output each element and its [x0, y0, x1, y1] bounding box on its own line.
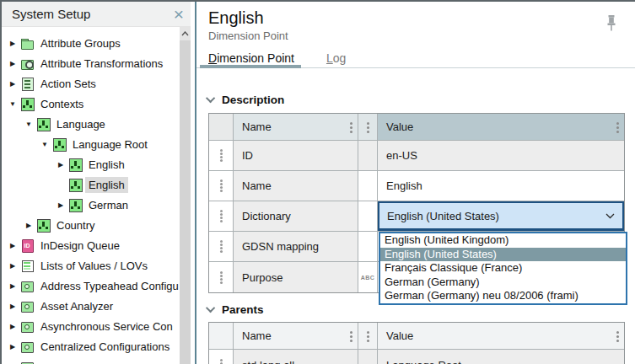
column-menu-icon[interactable]	[350, 121, 352, 132]
type-column-header[interactable]	[358, 114, 378, 141]
section-title: Parents	[222, 303, 264, 316]
tree-item-attribute-transformations[interactable]: Attribute Transformations	[2, 53, 191, 73]
expander-icon[interactable]	[40, 141, 50, 148]
tree-container: Attribute Groups Attribute Transformatio…	[2, 27, 191, 364]
expander-icon[interactable]	[24, 120, 34, 128]
drag-handle-icon[interactable]	[220, 148, 223, 163]
tree-item-address-typeahead[interactable]: Address Typeahead Configu	[2, 276, 191, 296]
page-subtitle: Dimension Point	[208, 29, 288, 42]
header-corner-cell	[209, 114, 234, 141]
drag-handle-icon[interactable]	[220, 239, 223, 254]
tree-item-centralized-configurations[interactable]: Centralized Configurations	[2, 336, 191, 356]
tree-item-country[interactable]: Country	[2, 215, 191, 235]
row-handle[interactable]	[209, 350, 234, 364]
collapse-chevron-icon[interactable]	[206, 303, 215, 313]
pin-icon[interactable]	[606, 15, 616, 35]
column-menu-icon[interactable]	[616, 121, 619, 132]
expander-icon[interactable]	[8, 40, 18, 47]
app-window: System Setup × Attribute Groups Attribut…	[0, 0, 635, 364]
attr-value-cell[interactable]: English	[378, 171, 624, 201]
name-column-header[interactable]: Name	[234, 114, 358, 141]
tab-bar: Dimension Point Log	[196, 51, 635, 65]
tree-item-label: InDesign Queue	[37, 238, 123, 254]
value-column-header[interactable]: Value	[378, 114, 624, 141]
text-type-icon: ABC	[361, 275, 375, 281]
tree-item-language[interactable]: Language	[2, 114, 191, 134]
lov-icon	[21, 260, 34, 272]
expander-icon[interactable]	[8, 242, 18, 249]
column-header-label: Value	[386, 329, 413, 342]
tree-item-label: Country	[53, 217, 99, 233]
dropdown-option[interactable]: German (Germany)	[380, 276, 626, 290]
attr-type-cell	[358, 201, 378, 232]
row-handle[interactable]	[209, 201, 234, 232]
tree-item-asset-analyzer[interactable]: Asset Analyzer	[2, 296, 191, 316]
attr-value-cell[interactable]: en-US	[378, 141, 624, 171]
attr-name-cell: GDSN mapping	[234, 232, 358, 262]
chevron-up-icon	[181, 31, 189, 36]
scroll-up-button[interactable]	[180, 27, 191, 40]
column-menu-icon[interactable]	[616, 330, 619, 341]
context-icon	[69, 199, 82, 211]
expander-icon[interactable]	[8, 80, 18, 88]
row-handle[interactable]	[209, 262, 234, 292]
dropdown-option[interactable]: English (United Kingdom)	[380, 233, 626, 248]
scrollbar[interactable]	[180, 27, 191, 364]
description-table: Name Value ID en-US Name English	[208, 113, 625, 293]
row-handle[interactable]	[209, 171, 234, 201]
drag-handle-icon[interactable]	[220, 209, 223, 223]
tab-log[interactable]: Log	[326, 51, 346, 65]
dropdown-option[interactable]: German (Germany) neu 08/2006 (frami)	[380, 289, 626, 303]
dropdown-option[interactable]: English (United States)	[380, 248, 626, 262]
context-icon	[53, 138, 66, 151]
folder-search-icon	[21, 57, 34, 70]
row-handle[interactable]	[209, 232, 234, 262]
attr-value-cell[interactable]: Language Root	[378, 350, 624, 364]
row-handle[interactable]	[209, 141, 234, 171]
dropdown-option[interactable]: Français Classique (France)	[380, 261, 626, 276]
column-menu-icon[interactable]	[350, 330, 352, 341]
attr-type-cell	[358, 171, 378, 201]
column-menu-icon[interactable]	[367, 121, 369, 132]
tree-item-asynchronous-service[interactable]: Asynchronous Service Con	[2, 316, 191, 336]
tree-item-german[interactable]: German	[2, 195, 191, 215]
expander-icon[interactable]	[24, 222, 34, 229]
tree-item-attribute-groups[interactable]: Attribute Groups	[2, 33, 191, 53]
config-icon	[21, 280, 34, 292]
expander-icon[interactable]	[8, 60, 18, 67]
tree-item-english-2-selected[interactable]: English	[2, 174, 191, 195]
dictionary-combobox[interactable]: English (United States)	[378, 201, 624, 231]
tree-item-action-sets[interactable]: Action Sets	[2, 73, 191, 94]
value-column-header[interactable]: Value	[378, 323, 624, 350]
tree-item-language-root[interactable]: Language Root	[2, 134, 191, 154]
drag-handle-icon[interactable]	[220, 270, 223, 285]
tree-item-label: Attribute Transformations	[37, 56, 166, 72]
config-icon	[21, 340, 34, 353]
tree-item-label: Asset Analyzer	[37, 298, 116, 314]
combobox-value: English (United States)	[387, 210, 499, 222]
expander-icon[interactable]	[8, 323, 18, 330]
column-header-label: Name	[242, 120, 272, 133]
expander-icon[interactable]	[8, 302, 18, 310]
tree-item-english-1[interactable]: English	[2, 154, 191, 174]
tree-item-cropped[interactable]	[2, 356, 191, 364]
drag-handle-icon[interactable]	[220, 179, 223, 193]
tree-item-indesign-queue[interactable]: InDesign Queue	[2, 235, 191, 255]
expander-icon[interactable]	[56, 161, 66, 169]
expander-icon[interactable]	[8, 343, 18, 351]
tree-item-contexts[interactable]: Contexts	[2, 94, 191, 114]
column-menu-icon[interactable]	[367, 330, 369, 341]
attr-type-cell	[358, 232, 378, 262]
tab-dimension-point[interactable]: Dimension Point	[208, 51, 294, 65]
expander-icon[interactable]	[8, 262, 18, 270]
expander-icon[interactable]	[8, 100, 18, 108]
collapse-chevron-icon[interactable]	[206, 94, 215, 103]
name-column-header[interactable]: Name	[234, 323, 358, 350]
expander-icon[interactable]	[8, 282, 18, 290]
close-icon[interactable]: ×	[174, 6, 184, 23]
drag-handle-icon[interactable]	[220, 358, 223, 364]
type-column-header[interactable]	[358, 323, 378, 350]
expander-icon[interactable]	[56, 201, 66, 209]
tree-item-label: Action Sets	[37, 76, 100, 92]
tree-item-lists-of-values[interactable]: Lists of Values / LOVs	[2, 255, 191, 276]
